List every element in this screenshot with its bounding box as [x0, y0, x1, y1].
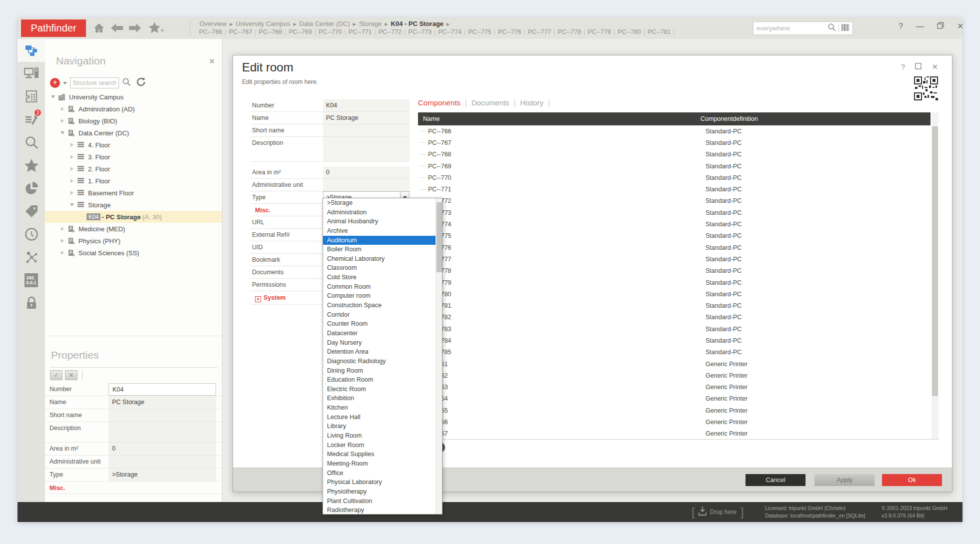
workstation-icon[interactable]	[18, 62, 45, 85]
tree-expander-icon[interactable]	[60, 106, 66, 112]
network-icon[interactable]	[18, 246, 45, 269]
breadcrumb-item[interactable]: Data Center (DC)	[300, 20, 350, 27]
table-row[interactable]: PR--55Generic Printer	[418, 405, 930, 416]
ip-address-badge[interactable]: 192.0.0.1	[18, 269, 45, 292]
add-node-button[interactable]: +	[50, 78, 60, 88]
table-scrollbar-thumb[interactable]	[932, 126, 938, 396]
dropdown-option[interactable]: Kitchen	[323, 403, 436, 413]
tree-expander-icon[interactable]	[50, 94, 56, 100]
table-row[interactable]: PC--781Standard-PC	[418, 300, 930, 311]
dropdown-option[interactable]: Boiler Room	[323, 245, 436, 254]
form-field-value[interactable]	[323, 179, 410, 191]
table-scrollbar[interactable]	[932, 112, 938, 439]
dropdown-option[interactable]: Locker Room	[323, 441, 436, 450]
dialog-close-icon[interactable]: ✕	[932, 62, 938, 71]
tree-item[interactable]: 2. Floor	[45, 163, 222, 175]
pc-link[interactable]: PC--771	[348, 28, 372, 35]
table-row[interactable]: PR--53Generic Printer	[418, 382, 930, 393]
tree-expander-icon[interactable]	[69, 202, 75, 208]
search-icon[interactable]	[828, 23, 836, 33]
lock-icon[interactable]	[18, 292, 45, 315]
pc-link[interactable]: PC--776	[498, 28, 522, 35]
dialog-maximize-icon[interactable]	[915, 62, 922, 71]
close-icon[interactable]: ✕	[957, 21, 964, 31]
tab-documents[interactable]: Documents	[472, 98, 510, 107]
pc-link[interactable]: PC--766	[199, 28, 222, 35]
table-row[interactable]: PR--54Generic Printer	[418, 393, 930, 405]
dropdown-option[interactable]: Auditorium	[323, 236, 436, 245]
properties-field-value[interactable]: >Storage	[108, 469, 216, 481]
table-row[interactable]: PC--766Standard-PC	[418, 125, 930, 137]
tree-item[interactable]: Medicine (MED)	[45, 223, 222, 235]
dialog-help-icon[interactable]: ?	[901, 62, 905, 71]
add-node-caret-icon[interactable]	[63, 82, 67, 84]
pc-link[interactable]: PC--773	[408, 28, 432, 35]
pc-link[interactable]: PC--780	[618, 28, 641, 35]
pc-link[interactable]: PC--769	[288, 28, 312, 35]
tree-item[interactable]: 1. Floor	[45, 175, 222, 187]
table-row[interactable]: PC--770Standard-PC	[418, 172, 930, 183]
reports-pie-icon[interactable]	[18, 177, 45, 200]
tree-item[interactable]: Storage	[45, 199, 222, 211]
properties-field-value[interactable]	[108, 456, 216, 468]
tree-item[interactable]: 4. Floor	[45, 139, 222, 151]
tools-icon[interactable]: 3	[18, 108, 45, 131]
structure-nav-icon[interactable]	[18, 39, 45, 62]
tree-item[interactable]: Basement Floor	[45, 187, 222, 199]
pc-link[interactable]: PC--778	[558, 28, 582, 35]
structure-search-input[interactable]	[70, 77, 119, 88]
expand-box-icon[interactable]: +	[255, 296, 261, 302]
form-field-value[interactable]	[323, 124, 410, 136]
table-row[interactable]: PC--774Standard-PC	[418, 218, 930, 230]
dropdown-option[interactable]: Plant Cultivation	[323, 497, 436, 506]
home-icon[interactable]	[92, 21, 106, 34]
form-field-value[interactable]	[323, 137, 410, 161]
properties-field-value[interactable]: 0	[108, 443, 216, 455]
dropdown-option[interactable]: Chemical Laboratory	[323, 254, 436, 264]
tree-item[interactable]: Data Center (DC)	[45, 127, 222, 139]
navigation-close-icon[interactable]: ✕	[208, 57, 215, 66]
table-row[interactable]: PR--52Generic Printer	[418, 370, 930, 381]
barcode-icon[interactable]	[842, 23, 850, 33]
minimize-icon[interactable]: —	[916, 22, 924, 31]
dropdown-scrollbar[interactable]	[436, 198, 442, 514]
table-row[interactable]: PC--768Standard-PC	[418, 149, 930, 160]
tree-item[interactable]: K04 - PC Storage(A: 30)	[45, 211, 222, 223]
favorites-icon[interactable]	[18, 154, 45, 177]
dropdown-option[interactable]: Dining Room	[323, 366, 436, 376]
dropdown-option[interactable]: Archive	[323, 226, 436, 236]
dropdown-option[interactable]: Datacenter	[323, 329, 436, 338]
apply-check-button[interactable]: ✓	[50, 370, 62, 380]
global-search[interactable]	[753, 21, 853, 35]
dropdown-option[interactable]: Day Nursery	[323, 338, 436, 348]
dropdown-option[interactable]: >Storage	[323, 198, 436, 208]
dropdown-option[interactable]: Medical Supplies	[323, 450, 436, 459]
global-search-input[interactable]	[756, 24, 828, 32]
restore-icon[interactable]	[937, 22, 944, 31]
tree-expander-icon[interactable]	[60, 130, 66, 136]
table-row[interactable]: PC--778Standard-PC	[418, 265, 930, 277]
dropdown-option[interactable]: Animal Husbandry	[323, 217, 436, 226]
dropdown-option[interactable]: Exhibition	[323, 394, 436, 403]
dropdown-option[interactable]: Computer room	[323, 291, 436, 301]
dropdown-option[interactable]: Living Room	[323, 431, 436, 441]
structure-search-icon[interactable]	[122, 77, 131, 88]
dropdown-option[interactable]: Administration	[323, 208, 436, 217]
table-row[interactable]: PC--772Standard-PC	[418, 195, 930, 207]
table-row[interactable]: PC--780Standard-PC	[418, 288, 930, 300]
pc-link[interactable]: PC--777	[528, 28, 552, 35]
table-row[interactable]: PC--776Standard-PC	[418, 242, 930, 253]
tree-item[interactable]: University Campus	[45, 91, 222, 103]
tree-item[interactable]: Biology (BIO)	[45, 115, 222, 127]
pc-link[interactable]: PC--768	[259, 28, 282, 35]
pc-link[interactable]: PC--775	[468, 28, 492, 35]
cancel-button[interactable]: Cancel	[746, 474, 806, 486]
dropdown-option[interactable]: Education Room	[323, 375, 436, 385]
table-row[interactable]: PC--777Standard-PC	[418, 253, 930, 265]
dropdown-option[interactable]: Classroom	[323, 263, 436, 273]
search-rail-icon[interactable]	[18, 131, 45, 154]
pc-link[interactable]: PC--781	[648, 28, 671, 35]
dropdown-option[interactable]: Common Room	[323, 282, 436, 292]
table-row[interactable]: PC--783Standard-PC	[418, 323, 930, 335]
pc-link[interactable]: PC--774	[438, 28, 462, 35]
